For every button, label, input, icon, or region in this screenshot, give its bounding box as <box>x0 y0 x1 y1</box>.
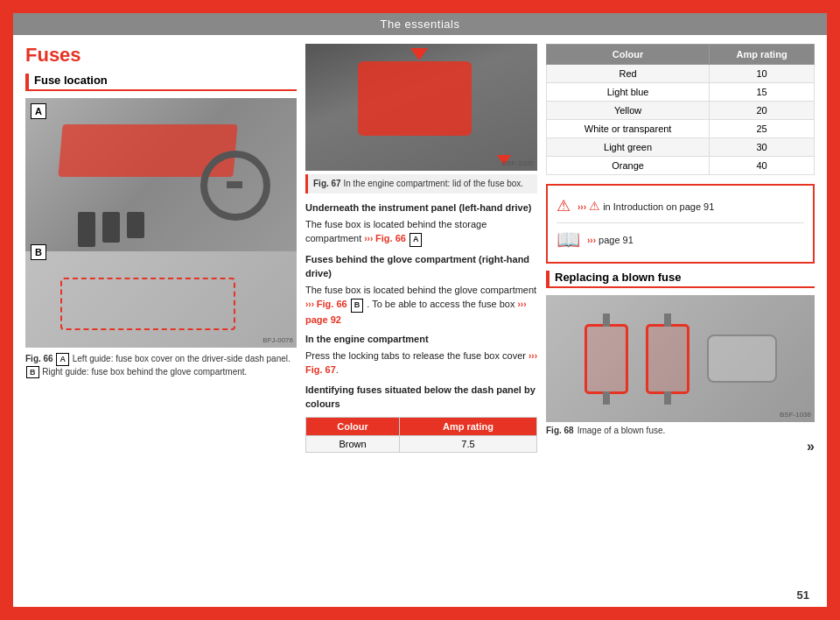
header-bar: The essentials <box>13 13 827 35</box>
section-instrument-panel: Underneath the instrument panel (left-ha… <box>305 201 537 247</box>
warning-row-2: 📖 ››› page 91 <box>556 222 804 255</box>
chevron-right: » <box>807 439 815 454</box>
engine-orange-box <box>358 61 472 136</box>
right-column: Colour Amp rating Red10Light blue15Yello… <box>546 44 815 592</box>
section-engine-compartment: In the engine compartment Press the lock… <box>305 332 537 377</box>
fuse-box-outline <box>60 278 235 330</box>
warning-row-1: ⚠ ››› ⚠ in Introduction on page 91 <box>556 193 804 219</box>
section-engine-text: Press the locking tabs to release the fu… <box>305 349 537 377</box>
fig68-label: Fig. 68 <box>546 426 574 435</box>
replacing-heading: Replacing a blown fuse <box>546 271 815 288</box>
fig67-caption: Fig. 67 In the engine compartment: lid o… <box>305 174 537 194</box>
warning-text-1: ››› ⚠ in Introduction on page 91 <box>578 199 714 213</box>
section-engine-heading: In the engine compartment <box>305 332 537 347</box>
book-icon: 📖 <box>556 229 580 251</box>
engine-arrow-top <box>410 48 428 60</box>
fig66-label: Fig. 66 <box>25 354 53 363</box>
fig66-badge-b: B <box>26 366 39 379</box>
badge-b: B <box>31 244 46 260</box>
page-number: 51 <box>797 588 809 602</box>
table-row: Light green30 <box>547 138 815 157</box>
table-row: Orange40 <box>547 157 815 175</box>
colour-table-col-colour: Colour <box>547 45 710 65</box>
section-colours-heading: Identifying fuses situated below the das… <box>305 383 537 412</box>
table-row: Yellow20 <box>547 102 815 120</box>
dash-area <box>25 98 297 251</box>
fig67-img-tag: BSF-1035 <box>502 159 534 167</box>
fig66-caption: Fig. 66 A Left guide: fuse box cover on … <box>25 353 297 378</box>
box-area <box>25 251 297 348</box>
small-table-col-colour: Colour <box>306 417 400 435</box>
left-column: Fuses Fuse location A <box>25 44 297 592</box>
small-table-col-amp: Amp rating <box>400 417 537 435</box>
middle-column: BSF-1035 Fig. 67 In the engine compartme… <box>305 44 537 592</box>
table-row: Red10 <box>547 65 815 83</box>
section-identifying-colours: Identifying fuses situated below the das… <box>305 383 537 412</box>
table-row: Light blue15 <box>547 83 815 102</box>
fig67-label: Fig. 67 <box>313 179 341 188</box>
blown-fuse-inner <box>546 295 815 422</box>
warning-icon: ⚠ <box>556 196 570 215</box>
badge-a: A <box>31 103 46 119</box>
page-title: Fuses <box>25 44 297 67</box>
section-instrument-panel-text: The fuse box is located behind the stora… <box>305 217 537 247</box>
fig66-img-tag: BFJ-0076 <box>262 336 293 344</box>
fuse-shape-left <box>584 324 628 394</box>
header-title: The essentials <box>381 18 460 31</box>
fig67-image: BSF-1035 <box>305 44 537 171</box>
warning-box: ⚠ ››› ⚠ in Introduction on page 91 📖 ›››… <box>546 184 815 264</box>
fuse-shape-right <box>707 335 777 383</box>
section-glove-heading: Fuses behind the glove compartment (righ… <box>305 252 537 281</box>
section-instrument-panel-heading: Underneath the instrument panel (left-ha… <box>305 201 537 215</box>
fuse-location-heading: Fuse location <box>25 74 297 91</box>
colour-table-col-amp: Amp rating <box>710 45 815 65</box>
fig68-image: BSF-1036 <box>546 295 815 422</box>
fig66-image: A B BFJ-0076 <box>25 98 297 348</box>
table-row: White or transparent25 <box>547 120 815 138</box>
section-glove-compartment: Fuses behind the glove compartment (righ… <box>305 252 537 328</box>
fig68-img-tag: BSF-1036 <box>780 411 811 419</box>
fig66-badge-a: A <box>56 353 69 366</box>
fig68-caption: Fig. 68 Image of a blown fuse. <box>546 426 815 435</box>
small-colour-table: Colour Amp rating Brown7.5 <box>305 417 537 453</box>
section-glove-text: The fuse box is located behind the glove… <box>305 283 537 328</box>
colour-table: Colour Amp rating Red10Light blue15Yello… <box>546 44 815 175</box>
fuse-shape-middle <box>646 324 690 394</box>
warning-text-2: ››› page 91 <box>587 235 634 245</box>
table-row: Brown7.5 <box>306 435 537 452</box>
